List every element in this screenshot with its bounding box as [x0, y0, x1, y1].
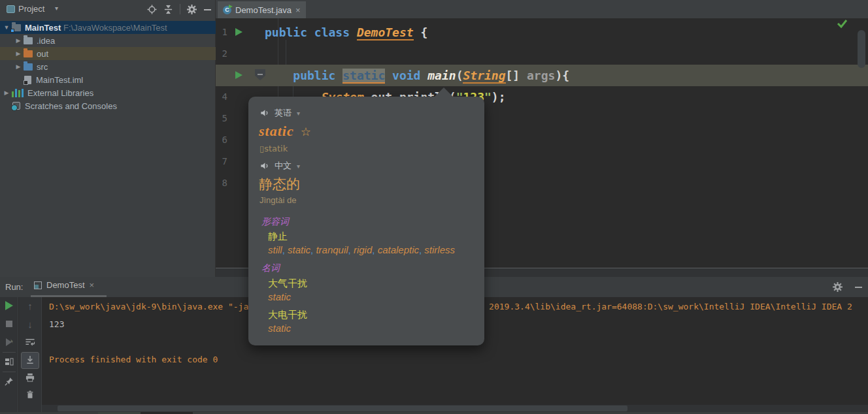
tree-item-label: src [37, 62, 48, 72]
pinyin-text: Jìngtài de [259, 195, 296, 205]
layout-icon[interactable] [5, 357, 14, 366]
tree-item-label: .idea [37, 36, 55, 46]
run-header-toolbar [833, 282, 863, 292]
keyword: void [385, 69, 427, 82]
popup-callout-arrow [434, 88, 454, 97]
up-stack-trace-icon[interactable]: ↑ [27, 300, 33, 311]
tree-item-path: F:\JavaWokspace\MainTest [61, 23, 167, 33]
toolbar-divider [180, 4, 180, 14]
close-icon[interactable]: × [90, 280, 95, 290]
collapsed-arrow-icon[interactable]: ▶ [14, 63, 22, 70]
dict-entry-word: 大电干扰 [268, 309, 307, 321]
rerun-failed-icon[interactable] [5, 338, 14, 347]
dict-entry-synonyms: static [268, 323, 291, 334]
keyword: public [293, 69, 342, 82]
line-number: 5 [218, 108, 227, 129]
type-name: String [463, 69, 505, 84]
chevron-down-icon[interactable]: ▾ [297, 110, 300, 117]
chevron-down-icon[interactable]: ▾ [297, 163, 300, 170]
translation-text: 静态的 [259, 175, 300, 193]
speaker-icon[interactable] [260, 161, 269, 170]
rerun-icon[interactable] [5, 301, 13, 310]
tree-item-idea[interactable]: ▶ .idea [0, 34, 216, 47]
line-number: 8 [218, 172, 227, 194]
tree-item-maintest-root[interactable]: ▼ MainTest F:\JavaWokspace\MainTest [0, 21, 216, 34]
inspections-ok-icon[interactable] [837, 18, 848, 29]
soft-wrap-icon[interactable] [25, 337, 35, 347]
parameter: args [527, 69, 555, 82]
module-file-icon [24, 76, 31, 84]
libraries-icon [12, 89, 24, 97]
project-panel-toolbar [147, 4, 212, 14]
print-icon[interactable] [25, 373, 35, 383]
dict-entry-word: 大气干扰 [268, 278, 307, 290]
source-language-label: 英语 [275, 107, 292, 119]
chevron-down-icon[interactable]: ▾ [55, 5, 58, 12]
keyword: public class [265, 25, 357, 39]
collapsed-arrow-icon[interactable]: ▶ [14, 37, 22, 44]
tab-demotest-java[interactable]: C DemoTest.java × [218, 1, 306, 18]
hide-panel-icon[interactable] [854, 282, 863, 292]
tree-item-label: MainTest [25, 23, 61, 33]
tree-item-external-libraries[interactable]: ▶ External Libraries [0, 86, 216, 99]
console-program-output: 123 [49, 319, 64, 329]
run-tab-indicator [31, 295, 107, 297]
method-name: main [427, 69, 456, 82]
translated-word: static☆ [259, 123, 312, 140]
code-line-3[interactable]: public static void main(String[] args){ [216, 65, 868, 86]
phonetic-text: ▯statik [259, 144, 288, 153]
run-label: Run: [5, 282, 23, 292]
tree-item-label: Scratches and Consoles [25, 101, 117, 111]
project-folder-icon [12, 24, 21, 31]
folder-icon [24, 37, 33, 44]
gear-icon[interactable] [187, 5, 197, 14]
part-of-speech-noun: 名词 [261, 263, 280, 274]
line-number: 6 [218, 129, 227, 151]
collapsed-arrow-icon[interactable]: ▶ [14, 50, 22, 57]
down-stack-trace-icon[interactable]: ↓ [27, 319, 33, 330]
tree-item-out[interactable]: ▶ out [0, 47, 216, 60]
clear-all-icon[interactable] [25, 390, 35, 400]
line-number: 2 [218, 43, 227, 65]
favorite-star-icon[interactable]: ☆ [301, 125, 312, 138]
locate-icon[interactable] [147, 5, 157, 14]
collapse-all-icon[interactable] [163, 5, 173, 14]
collapsed-arrow-icon[interactable]: ▶ [3, 89, 10, 96]
tree-item-src[interactable]: ▶ src [0, 60, 216, 73]
dict-entry-word: 静止 [268, 231, 288, 243]
pin-icon[interactable] [5, 377, 14, 386]
tool-window-icon [7, 5, 15, 13]
source-language-row[interactable]: 英语 ▾ [260, 107, 300, 119]
speaker-icon[interactable] [260, 108, 269, 118]
target-language-label: 中文 [275, 160, 292, 172]
scroll-to-end-icon[interactable] [25, 355, 35, 365]
class-name: DemoTest [357, 25, 414, 40]
tab-title: DemoTest.java [235, 5, 292, 15]
dict-entry-synonyms: static [268, 291, 291, 302]
tree-item-label: External Libraries [27, 88, 93, 98]
punctuation: { [414, 25, 428, 39]
tree-item-scratches[interactable]: Scratches and Consoles [0, 99, 216, 112]
editor-scrollbar[interactable] [858, 30, 865, 68]
close-icon[interactable]: × [295, 5, 301, 15]
tree-item-label: out [37, 49, 48, 59]
project-panel-title[interactable]: Project [18, 4, 44, 14]
console-hscroll-thumb[interactable] [58, 406, 627, 411]
run-toolbar-console: ↑ ↓ [19, 297, 42, 414]
run-tab-demotest[interactable]: DemoTest × [34, 280, 94, 290]
stop-icon[interactable] [6, 321, 12, 327]
code-line-1[interactable]: public class DemoTest { [216, 22, 868, 43]
project-panel-header: Project ▾ [0, 0, 216, 18]
runnable-class-icon: C [223, 6, 231, 14]
gear-icon[interactable] [833, 282, 843, 292]
part-of-speech-adjective: 形容词 [261, 216, 289, 228]
hide-panel-icon[interactable] [203, 5, 212, 14]
console-exit-status: Process finished with exit code 0 [49, 355, 218, 364]
tree-item-maintest-iml[interactable]: MainTest.iml [0, 73, 216, 86]
line-number: 7 [218, 151, 227, 172]
source-folder-icon [24, 63, 33, 71]
target-language-row[interactable]: 中文 ▾ [260, 160, 300, 172]
selected-word: static [342, 69, 385, 84]
excluded-folder-icon [24, 50, 33, 57]
expanded-arrow-icon[interactable]: ▼ [3, 24, 10, 31]
